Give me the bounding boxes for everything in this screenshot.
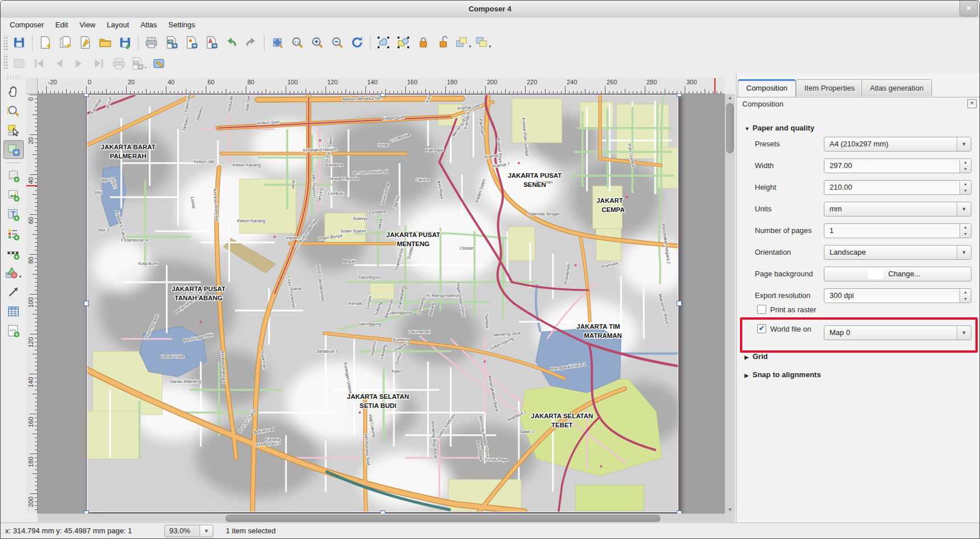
spin-down-icon[interactable]: ▼ [960,166,971,173]
spin-up-icon[interactable]: ▲ [960,224,971,231]
add-scalebar-tool[interactable] [3,244,24,263]
dock-close-button[interactable]: ✕ [967,99,977,108]
menu-atlas[interactable]: Atlas [135,18,162,32]
number-of-pages-spinbox[interactable]: 1▲▼ [824,223,971,238]
select-all-items-button[interactable] [374,33,393,52]
export-atlas-button[interactable]: ▾ [129,54,148,73]
horizontal-scrollbar[interactable] [38,513,725,522]
zoom-in-button[interactable] [308,33,327,52]
export-resolution-spinbox[interactable]: 300 dpi▲▼ [824,288,971,303]
select-move-item-tool[interactable] [3,121,24,140]
atlas-previous-feature-button[interactable] [50,54,68,73]
height-spinbox[interactable]: 210.00▲▼ [824,180,971,195]
zoom-full-button[interactable] [268,33,287,52]
horizontal-scrollbar-thumb[interactable] [226,515,660,522]
export-pdf-button[interactable] [202,33,221,52]
raise-items-button[interactable]: ▾ [454,33,473,52]
add-arrow-tool[interactable] [3,283,24,301]
composer-manager-button[interactable] [76,33,95,52]
print-as-raster-checkbox[interactable] [757,305,766,314]
composer-canvas[interactable]: Medan Merdeka Sel.Kebon SirihKebon Sirih… [38,94,725,513]
save-as-template-button[interactable] [116,33,135,52]
zoom-tool[interactable] [3,101,24,120]
lock-items-button[interactable] [414,33,433,52]
scroll-up-arrow[interactable]: ▲ [725,95,735,100]
atlas-preview-button[interactable] [10,54,29,73]
tab-atlas-generation[interactable]: Atlas generation [861,79,932,96]
spin-down-icon[interactable]: ▼ [960,296,971,303]
atlas-settings-button[interactable] [149,54,168,73]
toolbar-handle[interactable] [3,54,8,69]
spin-up-icon[interactable]: ▲ [960,181,971,187]
resize-handle[interactable] [84,94,89,97]
pan-tool[interactable] [3,82,24,101]
resize-handle[interactable] [677,301,682,306]
menu-composer[interactable]: Composer [4,18,50,32]
zoom-actual-button[interactable]: 1:1 [288,33,307,52]
print-as-raster-checkbox-label[interactable]: Print as raster [770,305,816,314]
page-background-button[interactable]: Change... [824,267,971,281]
section-snap-to-alignments[interactable]: ▶Snap to alignments [745,370,821,379]
chevron-down-icon[interactable]: ▼ [957,137,971,151]
atlas-first-feature-button[interactable] [30,54,48,73]
spin-down-icon[interactable]: ▼ [960,231,971,238]
duplicate-composer-button[interactable] [56,33,75,52]
spin-buttons[interactable]: ▲▼ [959,224,971,238]
align-items-button[interactable]: ▾ [474,33,493,52]
deselect-all-button[interactable] [394,33,413,52]
atlas-next-feature-button[interactable] [70,54,88,73]
atlas-last-feature-button[interactable] [90,54,108,73]
save-project-button[interactable] [10,33,29,52]
spin-buttons[interactable]: ▲▼ [959,181,971,194]
redo-button[interactable] [242,33,261,52]
menu-edit[interactable]: Edit [50,18,74,32]
menu-layout[interactable]: Layout [101,18,135,32]
undo-button[interactable] [222,33,241,52]
resize-handle[interactable] [677,511,682,514]
spin-buttons[interactable]: ▲▼ [959,159,971,173]
zoom-out-button[interactable] [328,33,347,52]
toolbar-handle[interactable] [3,35,8,50]
unlock-items-button[interactable] [434,33,453,52]
add-image-tool[interactable] [3,186,24,205]
resize-handle[interactable] [84,511,89,514]
units-combo[interactable]: mm▼ [824,202,971,217]
vertical-scrollbar[interactable]: ▲ ▼ [725,94,735,513]
add-legend-tool[interactable] [3,224,24,243]
menu-view[interactable]: View [74,18,101,32]
move-item-content-tool[interactable] [3,140,24,159]
add-shape-tool[interactable]: ▾ [3,263,24,282]
orientation-combo[interactable]: Landscape▼ [824,245,971,260]
vertical-scrollbar-thumb[interactable] [726,103,734,153]
add-new-map-tool[interactable] [3,166,24,185]
section-paper-and-quality[interactable]: ▼Paper and quality [745,124,814,132]
resize-handle[interactable] [677,94,682,97]
resize-handle[interactable] [84,301,89,306]
chevron-down-icon[interactable]: ▼ [957,202,971,216]
map-item[interactable]: Medan Merdeka Sel.Kebon SirihKebon Sirih… [87,95,678,512]
add-html-frame-tool[interactable]: </> [3,321,24,340]
print-button[interactable] [142,33,161,52]
tab-item-properties[interactable]: Item Properties [796,79,863,96]
load-template-button[interactable] [96,33,115,52]
export-image-button[interactable] [162,33,181,52]
scroll-down-arrow[interactable]: ▼ [725,507,735,512]
menu-settings[interactable]: Settings [162,18,201,32]
spin-buttons[interactable]: ▲▼ [959,289,971,303]
width-spinbox[interactable]: 297.00▲▼ [824,158,971,173]
add-attribute-table-tool[interactable] [3,302,24,321]
add-label-tool[interactable]: T [3,205,24,224]
section-grid[interactable]: ▶Grid [745,352,768,361]
new-composer-button[interactable] [36,33,55,52]
spin-up-icon[interactable]: ▲ [960,159,971,166]
presets-combo[interactable]: A4 (210x297 mm)▼ [824,137,971,152]
refresh-view-button[interactable] [348,33,367,52]
chevron-down-icon[interactable]: ▼ [957,246,971,259]
paper-page[interactable]: Medan Merdeka Sel.Kebon SirihKebon Sirih… [86,94,679,513]
resize-handle[interactable] [380,94,385,97]
spin-up-icon[interactable]: ▲ [960,289,971,296]
resize-handle[interactable] [380,511,385,514]
print-atlas-button[interactable] [109,54,128,73]
tab-composition[interactable]: Composition [738,79,796,97]
toolbox-handle[interactable] [6,75,21,80]
